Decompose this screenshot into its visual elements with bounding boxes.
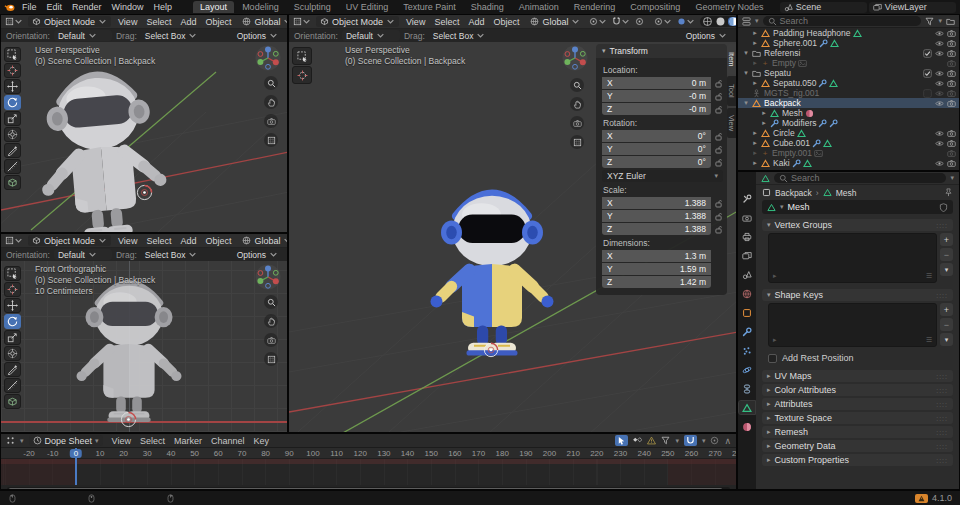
orientation-dropdown[interactable]: Default <box>54 30 112 41</box>
menu-view[interactable]: View <box>116 236 139 246</box>
boxempty-toggle[interactable] <box>923 89 932 98</box>
snap-icon[interactable] <box>612 17 630 26</box>
outliner-item-modifiers[interactable]: ▸Modifiers <box>738 118 959 128</box>
menu-file[interactable]: File <box>17 2 42 12</box>
cam-toggle[interactable] <box>947 139 956 148</box>
transform-tool-button[interactable] <box>4 346 21 361</box>
eye-toggle[interactable] <box>935 39 944 48</box>
workspace-tab-sculpting[interactable]: Sculpting <box>287 1 338 13</box>
mode-select[interactable]: Object Mode <box>28 235 111 246</box>
disclosure-icon[interactable]: ▸ <box>751 29 759 37</box>
timeline-content[interactable] <box>1 459 736 485</box>
menu-window[interactable]: Window <box>107 2 149 12</box>
navigation-gizmo[interactable] <box>255 45 281 71</box>
scene-selector[interactable]: Scene <box>780 2 867 13</box>
measure-tool-button[interactable] <box>4 159 21 174</box>
select-cursor-icon[interactable] <box>615 435 628 446</box>
cursor-tool-button[interactable] <box>4 63 21 78</box>
update-badge-icon[interactable] <box>915 494 928 503</box>
cursor-tool-button[interactable] <box>4 282 21 297</box>
outliner-item-sepatu[interactable]: ▾Sepatu <box>738 68 959 78</box>
options-dropdown[interactable]: Options <box>233 249 282 260</box>
pan-hand[interactable] <box>570 97 584 111</box>
drag-dropdown[interactable]: Select Box <box>141 249 202 260</box>
outliner-item-sphere-001[interactable]: ▸Sphere.001 <box>738 38 959 48</box>
outliner-item-referensi[interactable]: ▾Referensi <box>738 48 959 58</box>
orthographic-toggle[interactable] <box>264 352 278 366</box>
camera-view[interactable] <box>264 333 278 347</box>
rotate-gizmo[interactable] <box>136 184 153 201</box>
editor-type-icon[interactable] <box>5 236 23 245</box>
check-toggle[interactable] <box>923 69 932 78</box>
add-button[interactable]: + <box>940 233 953 246</box>
menu-view[interactable]: View <box>404 17 427 27</box>
remove-button[interactable]: − <box>940 318 953 331</box>
rotate-tool-button[interactable] <box>4 95 21 110</box>
disclosure-icon[interactable]: ▸ <box>751 59 759 67</box>
add-cube-tool-button[interactable] <box>4 394 21 409</box>
properties-tab-physics[interactable] <box>739 363 755 376</box>
zoom[interactable] <box>264 76 278 90</box>
list-filter-icon[interactable]: ▸ <box>773 336 777 344</box>
cam-toggle[interactable] <box>947 69 956 78</box>
outliner-item-mesh[interactable]: ▸Mesh <box>738 108 959 118</box>
menu-view[interactable]: View <box>112 436 131 446</box>
disclosure-icon[interactable]: ▸ <box>751 159 759 167</box>
workspace-tab-modeling[interactable]: Modeling <box>235 1 286 13</box>
outliner-item-cube-001[interactable]: ▸Cube.001 <box>738 138 959 148</box>
n-panel-tab-view[interactable]: View <box>727 108 736 138</box>
disclosure-icon[interactable]: ▸ <box>751 149 759 157</box>
select-box-tool-button[interactable] <box>4 47 21 62</box>
menu-select[interactable]: Select <box>144 236 173 246</box>
rotate-gizmo[interactable] <box>120 411 137 428</box>
current-frame-badge[interactable]: 0 <box>70 449 82 458</box>
value-slider[interactable]: Z1.388 <box>602 223 711 235</box>
rotation-mode-dropdown[interactable]: XYZ Euler▾ <box>602 170 723 182</box>
menu-key[interactable]: Key <box>254 436 270 446</box>
orientation-select[interactable]: Global <box>238 16 287 27</box>
outliner-item-kaki[interactable]: ▸Kaki <box>738 158 959 168</box>
vertex-groups-panel-header[interactable]: ▾ Vertex Groups :::: <box>762 219 953 231</box>
outliner-item-padding-headphone[interactable]: ▸Padding Headphone <box>738 28 959 38</box>
properties-tab-particles[interactable] <box>739 344 755 357</box>
breadcrumb-data[interactable]: Mesh <box>836 188 857 198</box>
panel-uv-maps[interactable]: ▸UV Maps:::: <box>762 370 953 382</box>
select-box-tool-button[interactable] <box>4 266 21 281</box>
add-cube-tool-button[interactable] <box>4 175 21 190</box>
value-slider[interactable]: X0° <box>602 130 711 142</box>
orthographic-toggle[interactable] <box>264 133 278 147</box>
navigation-gizmo[interactable] <box>562 45 588 71</box>
character-model[interactable] <box>417 167 567 361</box>
properties-tab-constraints[interactable] <box>739 382 755 395</box>
properties-tab-world[interactable] <box>739 287 755 300</box>
properties-tab-output[interactable] <box>739 230 755 243</box>
menu-object[interactable]: Object <box>491 17 521 27</box>
navigation-gizmo[interactable] <box>255 264 281 290</box>
value-slider[interactable]: Y1.388 <box>602 210 711 222</box>
move-tool-button[interactable] <box>4 298 21 313</box>
eye-toggle[interactable] <box>935 89 944 98</box>
workspace-tab-geometry-nodes[interactable]: Geometry Nodes <box>688 1 770 13</box>
menu-marker[interactable]: Marker <box>174 436 202 446</box>
menu-object[interactable]: Object <box>203 17 233 27</box>
specials-button[interactable]: ▾ <box>940 333 953 346</box>
workspace-tab-shading[interactable]: Shading <box>464 1 511 13</box>
menu-view[interactable]: View <box>116 17 139 27</box>
orientation-select[interactable]: Global <box>526 16 584 27</box>
vertex-groups-list[interactable]: ▸☰ <box>768 233 937 283</box>
select-box-tool-button[interactable] <box>292 47 312 65</box>
shape-keys-list[interactable]: ▸☰ <box>768 303 937 347</box>
properties-tab-scene[interactable] <box>739 268 755 281</box>
eye-toggle[interactable] <box>935 139 944 148</box>
gizmos-icon[interactable] <box>677 17 695 26</box>
outliner-item-empty-001[interactable]: ▸+Empty.001 <box>738 148 959 158</box>
cam-toggle[interactable] <box>947 149 956 158</box>
orientation-dropdown[interactable]: Default <box>342 30 400 41</box>
measure-tool-button[interactable] <box>4 378 21 393</box>
dope-sheet-mode-select[interactable]: Dope Sheet ▾ <box>29 435 103 446</box>
orientation-select[interactable]: Global <box>238 235 287 246</box>
specials-button[interactable]: ▾ <box>940 263 953 276</box>
editor-type-icon[interactable] <box>293 17 311 26</box>
cursor-tool-button[interactable] <box>292 66 312 84</box>
disclosure-icon[interactable]: ▸ <box>751 79 759 87</box>
